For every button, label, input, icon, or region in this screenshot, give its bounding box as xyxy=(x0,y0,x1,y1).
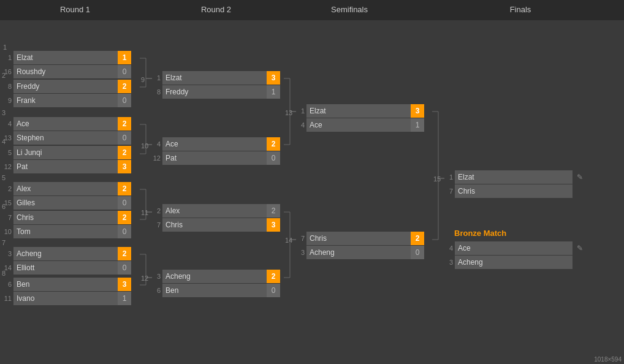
score xyxy=(559,170,573,184)
final-match-15: 15 1 Elzat ✎ 7 Chris xyxy=(444,170,586,199)
player-name: Chris xyxy=(162,218,267,232)
score: 3 xyxy=(118,160,131,173)
player-name: Ben xyxy=(13,278,118,291)
player-name: Acheng xyxy=(13,247,118,260)
player-name: Ace xyxy=(13,117,118,131)
player-row: 8 Freddy 1 xyxy=(152,85,280,99)
player-row: 13 Stephen 0 xyxy=(3,131,131,145)
bronze-match: Bronze Match 4 Ace ✎ 3 Acheng xyxy=(444,229,586,270)
player-name: Freddy xyxy=(162,85,267,99)
player-row: 14 Elliott 0 xyxy=(3,261,131,275)
edit-icon[interactable]: ✎ xyxy=(574,242,586,254)
match-num-11: 11 xyxy=(141,209,148,216)
seed: 7 xyxy=(152,221,161,229)
player-row: 16 Roushdy 0 xyxy=(3,65,131,78)
player-row: 1 Elzat ✎ xyxy=(444,170,586,184)
score: 1 xyxy=(118,292,131,305)
player-name: Ben xyxy=(162,284,267,297)
score: 2 xyxy=(118,80,131,93)
seed: 8 xyxy=(152,88,161,96)
player-name: Alex xyxy=(162,204,267,218)
player-row: 15 Gilles 0 xyxy=(3,196,131,210)
score: 0 xyxy=(118,65,131,78)
player-row: 10 Tom 0 xyxy=(3,225,131,238)
seed: 9 xyxy=(3,97,12,104)
seed: 4 xyxy=(296,121,305,129)
edit-icon[interactable]: ✎ xyxy=(574,171,586,183)
player-row: 8 Freddy 2 xyxy=(3,80,131,93)
player-row: 7 Chris xyxy=(444,184,586,198)
seed: 12 xyxy=(152,154,161,162)
match-num-13: 13 xyxy=(285,109,292,116)
player-row: 3 Acheng xyxy=(444,256,586,269)
player-name: Li Junqi xyxy=(13,146,118,159)
seed: 6 xyxy=(3,281,12,288)
player-name: Ace xyxy=(162,137,267,151)
player-name: Tom xyxy=(13,225,118,238)
player-name: Acheng xyxy=(306,246,411,259)
seed: 4 xyxy=(3,120,12,127)
player-name: Pat xyxy=(13,160,118,173)
score: 2 xyxy=(118,182,131,195)
player-row: 4 Ace 2 xyxy=(152,137,280,151)
seed: 4 xyxy=(152,140,161,148)
seed: 7 xyxy=(296,235,305,242)
player-row: 7 Chris 3 xyxy=(152,218,280,232)
player-row: 2 Alex 2 xyxy=(152,204,280,218)
seed: 7 xyxy=(444,188,453,195)
r1-match-8: 8 6 Ben 3 11 Ivano 1 xyxy=(3,278,131,306)
player-name: Pat xyxy=(162,151,267,165)
score: 2 xyxy=(267,270,280,283)
player-name: Gilles xyxy=(13,196,118,210)
match-num: 4 xyxy=(2,138,6,145)
match-num-15: 15 xyxy=(433,175,441,183)
score: 0 xyxy=(118,94,131,107)
score: 2 xyxy=(411,232,424,245)
score: 0 xyxy=(267,151,280,165)
player-name: Chris xyxy=(455,184,559,198)
player-name: Elzat xyxy=(455,170,559,184)
score: 2 xyxy=(118,211,131,224)
seed: 4 xyxy=(444,245,453,252)
score: 0 xyxy=(118,261,131,275)
sf-match-13: 13 1 Elzat 3 4 Ace 1 xyxy=(296,104,424,132)
r1-match-4: 4 5 Li Junqi 2 12 Pat 3 xyxy=(3,146,131,174)
player-row: 4 Ace 1 xyxy=(296,118,424,132)
player-row: 6 Ben 0 xyxy=(152,284,280,297)
seed: 1 xyxy=(3,54,12,61)
player-row: 3 Acheng 0 xyxy=(296,246,424,259)
player-name: Alex xyxy=(13,182,118,195)
score: 1 xyxy=(118,51,131,64)
score: 0 xyxy=(118,225,131,238)
player-name: Elliott xyxy=(13,261,118,275)
player-name: Frank xyxy=(13,94,118,107)
player-row: 5 Li Junqi 2 xyxy=(3,146,131,159)
sf-match-14: 14 7 Chris 2 3 Acheng 0 xyxy=(296,232,424,260)
bracket-area: 1 Elzat 1 16 Roushdy 0 2 8 Freddy 2 9 Fr… xyxy=(0,20,624,364)
score: 1 xyxy=(267,85,280,99)
player-row: 1 Elzat 1 xyxy=(3,51,131,64)
score xyxy=(559,256,573,269)
score: 2 xyxy=(267,204,280,218)
player-name: Elzat xyxy=(162,71,267,85)
player-name: Ivano xyxy=(13,292,118,305)
seed: 3 xyxy=(3,250,12,257)
player-name: Acheng xyxy=(455,256,559,269)
header-sf: Semifinals xyxy=(282,0,417,20)
score: 0 xyxy=(118,131,131,145)
seed: 3 xyxy=(296,249,305,256)
seed: 11 xyxy=(3,295,12,302)
score: 2 xyxy=(118,247,131,260)
r1-num-1: 1 xyxy=(3,44,7,51)
player-row: 6 Ben 3 xyxy=(3,278,131,291)
player-row: 3 Acheng 2 xyxy=(152,270,280,283)
score: 2 xyxy=(267,137,280,151)
score: 3 xyxy=(411,104,424,118)
r2-match-10: 10 4 Ace 2 12 Pat 0 xyxy=(152,137,280,165)
r1-match-3: 3 4 Ace 2 13 Stephen 0 xyxy=(3,117,131,145)
seed: 8 xyxy=(3,83,12,90)
score: 2 xyxy=(118,146,131,159)
player-name: Elzat xyxy=(13,51,118,64)
header-f: Finals xyxy=(417,0,624,20)
seed: 2 xyxy=(3,185,12,192)
